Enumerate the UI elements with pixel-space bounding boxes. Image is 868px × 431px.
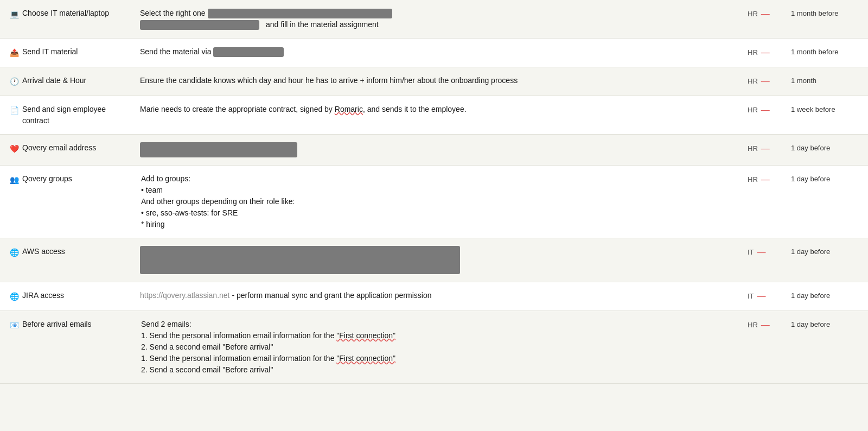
- dash-icon: —: [761, 319, 770, 332]
- dash-icon: —: [761, 142, 770, 155]
- redacted-inline: [213, 47, 284, 57]
- task-label: Send IT material: [22, 46, 78, 58]
- task-label: AWS access: [22, 246, 65, 257]
- list-item: Add to groups:: [141, 173, 728, 185]
- owner-cell: HR —: [738, 166, 781, 238]
- list-item: • sre, sso-aws-tests: for SRE: [141, 207, 728, 219]
- table-row: 📄Send and sign employee contractMarie ne…: [0, 96, 868, 135]
- redacted-block: [140, 246, 460, 274]
- list-item: Send 2 emails:: [141, 319, 728, 330]
- desc-suffix: and fill in the material assignment: [264, 20, 379, 29]
- task-cell: 📤Send IT material: [0, 39, 130, 67]
- timing-cell: 1 day before: [781, 135, 868, 166]
- timing-label: 1 day before: [791, 175, 830, 183]
- redacted-block: [140, 142, 297, 157]
- description-cell: Marie needs to create the appropriate co…: [130, 96, 738, 135]
- table-row: 👥Qovery groupsAdd to groups:• teamAnd ot…: [0, 166, 868, 238]
- description-cell: Select the right one and fill in the mat…: [130, 0, 738, 39]
- dash-icon: —: [761, 104, 770, 117]
- owner-cell: IT —: [738, 238, 781, 282]
- list-item: 2. Send a second email "Before arrival": [141, 364, 728, 376]
- timing-label: 1 week before: [791, 105, 835, 113]
- owner-cell: HR —: [738, 39, 781, 67]
- owner-label: IT: [748, 247, 754, 258]
- timing-label: 1 day before: [791, 320, 830, 328]
- description-cell: Ensure the candidate knows which day and…: [130, 67, 738, 96]
- task-icon: 👥: [10, 174, 19, 186]
- timing-cell: 1 day before: [781, 311, 868, 384]
- task-icon: 📤: [10, 47, 19, 59]
- owner-label: HR: [748, 105, 758, 116]
- task-label: Qovery email address: [22, 142, 96, 154]
- list-item: 2. Send a second email "Before arrival": [141, 341, 728, 353]
- owner-cell: HR —: [738, 67, 781, 96]
- timing-cell: 1 week before: [781, 96, 868, 135]
- task-label: Arrival date & Hour: [22, 75, 86, 86]
- description-cell: https://qovery.atlassian.net - perform m…: [130, 282, 738, 311]
- timing-label: 1 day before: [791, 291, 830, 300]
- desc-text: Select the right one: [140, 9, 208, 17]
- redacted-block-2: [140, 20, 259, 30]
- dash-icon: —: [757, 290, 766, 303]
- task-label: Choose IT material/laptop: [22, 8, 109, 19]
- description-cell: [130, 238, 738, 282]
- highlighted-name: Romaric: [335, 105, 363, 113]
- owner-cell: HR —: [738, 0, 781, 39]
- task-label: JIRA access: [22, 290, 64, 301]
- owner-label: HR: [748, 320, 758, 331]
- table-row: 📧Before arrival emailsSend 2 emails:1. S…: [0, 311, 868, 384]
- task-label: Send and sign employee contract: [22, 104, 120, 126]
- task-cell: 📧Before arrival emails: [0, 311, 130, 384]
- timing-label: 1 day before: [791, 248, 830, 256]
- redacted-block: [208, 9, 392, 18]
- desc-text: Marie needs to create the appropriate co…: [140, 105, 467, 113]
- dash-icon: —: [761, 75, 770, 88]
- owner-label: HR: [748, 143, 758, 154]
- jira-link[interactable]: https://qovery.atlassian.net: [140, 291, 230, 300]
- list-item: And other groups depending on their role…: [141, 196, 728, 207]
- desc-prefix: Send the material via: [140, 47, 213, 56]
- task-cell: 👥Qovery groups: [0, 166, 130, 238]
- timing-cell: 1 month before: [781, 39, 868, 67]
- task-cell: 🌐JIRA access: [0, 282, 130, 311]
- timing-label: 1 month: [791, 77, 816, 85]
- task-cell: 📄Send and sign employee contract: [0, 96, 130, 135]
- owner-label: HR: [748, 47, 758, 58]
- owner-label: HR: [748, 9, 758, 20]
- task-icon: 🌐: [10, 247, 19, 258]
- list-item: 1. Send the personal information email i…: [141, 330, 728, 341]
- description-cell: Send the material via: [130, 39, 738, 67]
- description-cell: Add to groups:• teamAnd other groups dep…: [130, 166, 738, 238]
- list-item: * hiring: [141, 219, 728, 230]
- owner-label: IT: [748, 291, 754, 302]
- task-cell: 🌐AWS access: [0, 238, 130, 282]
- timing-cell: 1 month before: [781, 0, 868, 39]
- table-row: ❤️Qovery email addressHR —1 day before: [0, 135, 868, 166]
- task-cell: ❤️Qovery email address: [0, 135, 130, 166]
- task-cell: 💻Choose IT material/laptop: [0, 0, 130, 39]
- description-cell: Send 2 emails:1. Send the personal infor…: [130, 311, 738, 384]
- desc-text: Ensure the candidate knows which day and…: [140, 76, 518, 85]
- description-cell: [130, 135, 738, 166]
- owner-cell: HR —: [738, 311, 781, 384]
- owner-cell: HR —: [738, 135, 781, 166]
- timing-cell: 1 month: [781, 67, 868, 96]
- dash-icon: —: [761, 46, 770, 59]
- task-icon: ❤️: [10, 143, 19, 155]
- dash-icon: —: [761, 173, 770, 186]
- table-row: 🌐JIRA accesshttps://qovery.atlassian.net…: [0, 282, 868, 311]
- desc-suffix: - perform manual sync and grant the appl…: [230, 291, 432, 300]
- list-item: 1. Send the personal information email i…: [141, 353, 728, 364]
- owner-cell: IT —: [738, 282, 781, 311]
- timing-cell: 1 day before: [781, 238, 868, 282]
- task-icon: 🌐: [10, 291, 19, 302]
- timing-label: 1 month before: [791, 48, 838, 56]
- task-label: Before arrival emails: [22, 319, 92, 330]
- list-item: • team: [141, 185, 728, 196]
- timing-cell: 1 day before: [781, 166, 868, 238]
- dash-icon: —: [761, 8, 770, 21]
- timing-cell: 1 day before: [781, 282, 868, 311]
- owner-label: HR: [748, 76, 758, 87]
- task-icon: 💻: [10, 9, 19, 20]
- owner-cell: HR —: [738, 96, 781, 135]
